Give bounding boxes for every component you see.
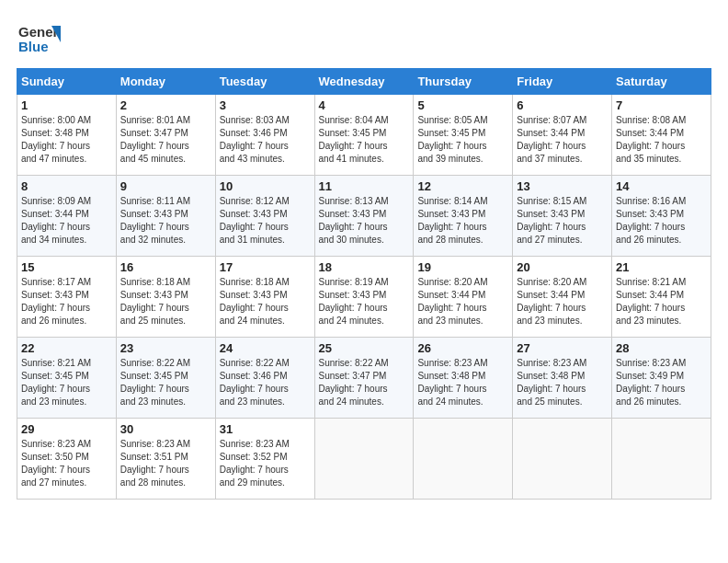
- day-number: 22: [21, 341, 112, 355]
- day-number: 5: [417, 98, 508, 112]
- day-number: 26: [417, 341, 508, 355]
- day-info: Sunrise: 8:23 AM Sunset: 3:52 PM Dayligh…: [220, 438, 311, 489]
- weekday-header-tuesday: Tuesday: [215, 69, 314, 95]
- calendar-body: 1Sunrise: 8:00 AM Sunset: 3:48 PM Daylig…: [17, 95, 711, 500]
- day-info: Sunrise: 8:22 AM Sunset: 3:45 PM Dayligh…: [120, 357, 211, 408]
- day-info: Sunrise: 8:09 AM Sunset: 3:44 PM Dayligh…: [21, 195, 112, 247]
- weekday-header-sunday: Sunday: [17, 69, 117, 95]
- calendar-header-row: SundayMondayTuesdayWednesdayThursdayFrid…: [17, 69, 711, 95]
- calendar-cell: 12Sunrise: 8:14 AM Sunset: 3:43 PM Dayli…: [414, 176, 513, 257]
- day-info: Sunrise: 8:07 AM Sunset: 3:44 PM Dayligh…: [517, 114, 608, 166]
- day-number: 7: [616, 98, 707, 112]
- calendar-cell: 25Sunrise: 8:22 AM Sunset: 3:47 PM Dayli…: [314, 338, 414, 419]
- day-number: 8: [21, 179, 112, 193]
- day-info: Sunrise: 8:17 AM Sunset: 3:43 PM Dayligh…: [21, 276, 112, 327]
- day-number: 16: [120, 260, 211, 274]
- calendar-week-1: 1Sunrise: 8:00 AM Sunset: 3:48 PM Daylig…: [17, 95, 711, 176]
- day-info: Sunrise: 8:23 AM Sunset: 3:50 PM Dayligh…: [21, 438, 112, 489]
- day-number: 10: [220, 179, 311, 193]
- calendar-week-3: 15Sunrise: 8:17 AM Sunset: 3:43 PM Dayli…: [17, 257, 711, 338]
- day-number: 28: [616, 341, 707, 355]
- calendar-cell: 27Sunrise: 8:23 AM Sunset: 3:48 PM Dayli…: [513, 338, 612, 419]
- calendar-cell: 11Sunrise: 8:13 AM Sunset: 3:43 PM Dayli…: [314, 176, 414, 257]
- calendar-cell: 29Sunrise: 8:23 AM Sunset: 3:50 PM Dayli…: [17, 419, 117, 500]
- day-info: Sunrise: 8:19 AM Sunset: 3:43 PM Dayligh…: [319, 276, 410, 327]
- day-info: Sunrise: 8:20 AM Sunset: 3:44 PM Dayligh…: [517, 276, 608, 327]
- day-number: 15: [21, 260, 112, 274]
- day-info: Sunrise: 8:22 AM Sunset: 3:47 PM Dayligh…: [319, 357, 410, 408]
- day-info: Sunrise: 8:20 AM Sunset: 3:44 PM Dayligh…: [417, 276, 508, 327]
- day-info: Sunrise: 8:15 AM Sunset: 3:43 PM Dayligh…: [517, 195, 608, 247]
- page-container: General Blue SundayMondayTuesdayWednesda…: [0, 0, 728, 509]
- calendar-cell: 24Sunrise: 8:22 AM Sunset: 3:46 PM Dayli…: [215, 338, 314, 419]
- day-info: Sunrise: 8:03 AM Sunset: 3:46 PM Dayligh…: [220, 114, 311, 166]
- weekday-header-monday: Monday: [116, 69, 215, 95]
- day-info: Sunrise: 8:00 AM Sunset: 3:48 PM Dayligh…: [21, 114, 112, 166]
- calendar-cell: 21Sunrise: 8:21 AM Sunset: 3:44 PM Dayli…: [612, 257, 711, 338]
- logo: General Blue: [17, 17, 61, 61]
- day-number: 14: [616, 179, 707, 193]
- day-number: 21: [616, 260, 707, 274]
- calendar-cell: 17Sunrise: 8:18 AM Sunset: 3:43 PM Dayli…: [215, 257, 314, 338]
- day-number: 25: [319, 341, 410, 355]
- header: General Blue: [17, 17, 711, 61]
- calendar-cell: 8Sunrise: 8:09 AM Sunset: 3:44 PM Daylig…: [17, 176, 117, 257]
- calendar-cell: 22Sunrise: 8:21 AM Sunset: 3:45 PM Dayli…: [17, 338, 117, 419]
- day-info: Sunrise: 8:16 AM Sunset: 3:43 PM Dayligh…: [616, 195, 707, 247]
- day-number: 20: [517, 260, 608, 274]
- day-info: Sunrise: 8:05 AM Sunset: 3:45 PM Dayligh…: [417, 114, 508, 166]
- calendar-cell: 13Sunrise: 8:15 AM Sunset: 3:43 PM Dayli…: [513, 176, 612, 257]
- day-number: 29: [21, 422, 112, 436]
- calendar-cell: [414, 419, 513, 500]
- day-info: Sunrise: 8:22 AM Sunset: 3:46 PM Dayligh…: [220, 357, 311, 408]
- day-number: 23: [120, 341, 211, 355]
- day-info: Sunrise: 8:23 AM Sunset: 3:49 PM Dayligh…: [616, 357, 707, 408]
- calendar-week-2: 8Sunrise: 8:09 AM Sunset: 3:44 PM Daylig…: [17, 176, 711, 257]
- calendar-cell: 2Sunrise: 8:01 AM Sunset: 3:47 PM Daylig…: [116, 95, 215, 176]
- day-info: Sunrise: 8:18 AM Sunset: 3:43 PM Dayligh…: [220, 276, 311, 327]
- calendar-cell: 23Sunrise: 8:22 AM Sunset: 3:45 PM Dayli…: [116, 338, 215, 419]
- calendar-cell: 20Sunrise: 8:20 AM Sunset: 3:44 PM Dayli…: [513, 257, 612, 338]
- day-number: 24: [220, 341, 311, 355]
- day-info: Sunrise: 8:01 AM Sunset: 3:47 PM Dayligh…: [120, 114, 211, 166]
- day-number: 12: [417, 179, 508, 193]
- day-info: Sunrise: 8:13 AM Sunset: 3:43 PM Dayligh…: [319, 195, 410, 247]
- calendar-week-4: 22Sunrise: 8:21 AM Sunset: 3:45 PM Dayli…: [17, 338, 711, 419]
- day-number: 1: [21, 98, 112, 112]
- calendar-cell: [612, 419, 711, 500]
- weekday-header-wednesday: Wednesday: [314, 69, 414, 95]
- day-info: Sunrise: 8:21 AM Sunset: 3:45 PM Dayligh…: [21, 357, 112, 408]
- calendar-cell: 1Sunrise: 8:00 AM Sunset: 3:48 PM Daylig…: [17, 95, 117, 176]
- day-number: 19: [417, 260, 508, 274]
- day-info: Sunrise: 8:14 AM Sunset: 3:43 PM Dayligh…: [417, 195, 508, 247]
- day-info: Sunrise: 8:12 AM Sunset: 3:43 PM Dayligh…: [220, 195, 311, 247]
- calendar-cell: 9Sunrise: 8:11 AM Sunset: 3:43 PM Daylig…: [116, 176, 215, 257]
- calendar-cell: 26Sunrise: 8:23 AM Sunset: 3:48 PM Dayli…: [414, 338, 513, 419]
- day-number: 17: [220, 260, 311, 274]
- calendar-table: SundayMondayTuesdayWednesdayThursdayFrid…: [17, 68, 711, 500]
- calendar-week-5: 29Sunrise: 8:23 AM Sunset: 3:50 PM Dayli…: [17, 419, 711, 500]
- day-info: Sunrise: 8:11 AM Sunset: 3:43 PM Dayligh…: [120, 195, 211, 247]
- svg-text:Blue: Blue: [18, 39, 49, 54]
- day-number: 6: [517, 98, 608, 112]
- calendar-cell: 14Sunrise: 8:16 AM Sunset: 3:43 PM Dayli…: [612, 176, 711, 257]
- weekday-header-friday: Friday: [513, 69, 612, 95]
- day-number: 9: [120, 179, 211, 193]
- day-number: 18: [319, 260, 410, 274]
- calendar-cell: [314, 419, 414, 500]
- day-info: Sunrise: 8:23 AM Sunset: 3:51 PM Dayligh…: [120, 438, 211, 489]
- day-number: 31: [220, 422, 311, 436]
- day-number: 27: [517, 341, 608, 355]
- calendar-cell: 18Sunrise: 8:19 AM Sunset: 3:43 PM Dayli…: [314, 257, 414, 338]
- calendar-cell: 31Sunrise: 8:23 AM Sunset: 3:52 PM Dayli…: [215, 419, 314, 500]
- day-info: Sunrise: 8:08 AM Sunset: 3:44 PM Dayligh…: [616, 114, 707, 166]
- calendar-cell: 6Sunrise: 8:07 AM Sunset: 3:44 PM Daylig…: [513, 95, 612, 176]
- calendar-cell: 30Sunrise: 8:23 AM Sunset: 3:51 PM Dayli…: [116, 419, 215, 500]
- day-info: Sunrise: 8:21 AM Sunset: 3:44 PM Dayligh…: [616, 276, 707, 327]
- calendar-cell: 7Sunrise: 8:08 AM Sunset: 3:44 PM Daylig…: [612, 95, 711, 176]
- calendar-cell: 5Sunrise: 8:05 AM Sunset: 3:45 PM Daylig…: [414, 95, 513, 176]
- calendar-cell: 15Sunrise: 8:17 AM Sunset: 3:43 PM Dayli…: [17, 257, 117, 338]
- logo-icon: General Blue: [17, 17, 61, 61]
- day-number: 11: [319, 179, 410, 193]
- day-number: 30: [120, 422, 211, 436]
